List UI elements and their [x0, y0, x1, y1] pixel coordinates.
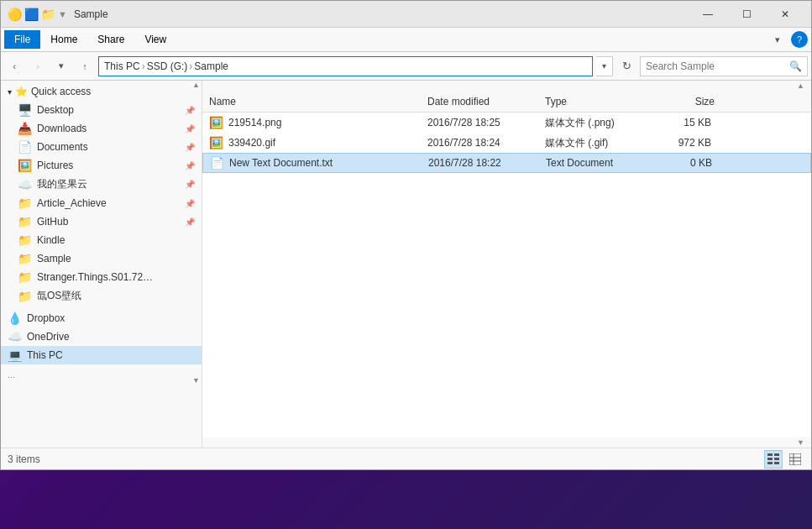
recent-locations-button[interactable]: ▾: [51, 56, 71, 76]
table-row[interactable]: 📄 New Text Document.txt 2016/7/28 18:22 …: [202, 153, 811, 173]
sidebar-item-dropbox[interactable]: 💧 Dropbox: [1, 309, 202, 327]
forward-button[interactable]: ›: [28, 56, 48, 76]
sidebar-more-placeholder: ...: [1, 364, 202, 385]
column-headers: Name Date modified Type Size: [202, 91, 811, 113]
large-icons-view-icon: [789, 453, 801, 465]
minimize-button[interactable]: —: [689, 1, 727, 28]
search-input[interactable]: [646, 60, 789, 72]
sidebar-item-github[interactable]: 📁 GitHub 📌: [1, 212, 202, 231]
tab-share[interactable]: Share: [87, 30, 134, 49]
title-dropdown-arrow[interactable]: ▼: [58, 9, 67, 19]
desktop-label: Desktop: [37, 104, 74, 116]
article-achieve-label: Article_Achieve: [37, 197, 107, 209]
search-box[interactable]: 🔍: [640, 56, 808, 76]
tab-view[interactable]: View: [134, 30, 176, 49]
maximize-button[interactable]: ☐: [727, 1, 766, 28]
documents-icon: 📄: [18, 140, 32, 154]
details-view-button[interactable]: [764, 450, 783, 469]
article-achieve-icon: 📁: [18, 196, 32, 210]
sidebar-item-downloads[interactable]: 📥 Downloads 📌: [1, 119, 202, 138]
sidebar-item-documents[interactable]: 📄 Documents 📌: [1, 138, 202, 156]
sidebar-item-jianguoyun[interactable]: ☁️ 我的坚果云 📌: [1, 175, 202, 194]
quick-access-expand-icon: ▾: [8, 87, 12, 97]
col-header-name[interactable]: Name: [206, 91, 424, 112]
file-size-cell-2: 972 KB: [651, 137, 718, 149]
sidebar-item-this-pc[interactable]: 💻 This PC: [1, 346, 202, 364]
sidebar-item-kindle[interactable]: 📁 Kindle: [1, 231, 202, 249]
table-row[interactable]: 🖼️ 339420.gif 2016/7/28 18:24 媒体文件 (.gif…: [202, 133, 811, 153]
svg-rect-0: [767, 453, 773, 456]
file-name-2: 339420.gif: [228, 137, 275, 149]
sidebar-item-nixos[interactable]: 📁 氙OS壁纸: [1, 286, 202, 306]
tab-home[interactable]: Home: [40, 30, 87, 49]
address-bar: ‹ › ▾ ↑ This PC › SSD (G:) › Sample ▾ ↻ …: [1, 52, 811, 81]
svg-rect-2: [767, 458, 773, 460]
file-date-cell-2: 2016/7/28 18:24: [424, 137, 542, 149]
col-header-type[interactable]: Type: [542, 91, 651, 112]
help-button[interactable]: ?: [791, 31, 808, 48]
back-button[interactable]: ‹: [4, 56, 24, 76]
file-size-cell-1: 15 KB: [651, 117, 718, 128]
file-name-cell-3: 📄 New Text Document.txt: [207, 156, 425, 170]
quick-access-star-icon: ⭐: [15, 86, 28, 97]
file-name-1: 219514.png: [228, 117, 281, 128]
quick-access-label: Quick access: [31, 86, 91, 97]
svg-rect-3: [774, 458, 779, 460]
sidebar-item-sample[interactable]: 📁 Sample: [1, 249, 202, 268]
col-header-date[interactable]: Date modified: [424, 91, 542, 112]
window-title: Sample: [74, 8, 689, 20]
col-header-size[interactable]: Size: [651, 91, 718, 112]
sidebar-item-article-achieve[interactable]: 📁 Article_Achieve 📌: [1, 194, 202, 212]
file-type-cell-1: 媒体文件 (.png): [542, 116, 651, 130]
search-icon[interactable]: 🔍: [789, 60, 802, 72]
refresh-button[interactable]: ↻: [616, 56, 637, 76]
folder-icon-main: 📁: [41, 8, 55, 21]
address-dropdown-btn[interactable]: ▾: [596, 56, 613, 76]
svg-rect-6: [789, 453, 801, 465]
title-bar-icons: 🟡 🟦 📁 ▼: [8, 8, 67, 21]
desktop-icon: 🖥️: [18, 103, 32, 117]
sample-label: Sample: [37, 253, 71, 264]
sort-arrow-bottom-container: ▼: [202, 437, 811, 448]
title-bar: 🟡 🟦 📁 ▼ Sample — ☐ ✕: [1, 1, 811, 28]
close-button[interactable]: ✕: [766, 1, 804, 28]
downloads-label: Downloads: [37, 123, 86, 134]
up-button[interactable]: ↑: [75, 56, 95, 76]
folder-icon-small: 🟡: [8, 8, 21, 21]
sidebar-item-desktop[interactable]: 🖥️ Desktop 📌: [1, 101, 202, 119]
sidebar-item-stranger[interactable]: 📁 Stranger.Things.S01.720p.N: [1, 268, 202, 286]
sidebar-section-quick-access[interactable]: ▾ ⭐ Quick access: [1, 81, 202, 101]
file-type-cell-3: Text Document: [542, 157, 652, 169]
jianguoyun-icon: ☁️: [18, 178, 32, 191]
file-icon-3: 📄: [210, 156, 224, 170]
sort-up-arrow: ▲: [797, 81, 804, 90]
file-icon-2: 🖼️: [209, 136, 223, 149]
large-icons-view-button[interactable]: [786, 450, 804, 469]
pictures-label: Pictures: [37, 160, 73, 171]
kindle-icon: 📁: [18, 233, 32, 247]
onedrive-icon: ☁️: [8, 330, 22, 343]
sidebar-item-pictures[interactable]: 🖼️ Pictures 📌: [1, 156, 202, 175]
github-label: GitHub: [37, 216, 68, 228]
nixos-icon: 📁: [18, 290, 32, 303]
sidebar-item-onedrive[interactable]: ☁️ OneDrive: [1, 327, 202, 346]
file-type-cell-2: 媒体文件 (.gif): [542, 136, 651, 150]
path-this-pc[interactable]: This PC: [104, 60, 140, 72]
file-size-cell-3: 0 KB: [652, 157, 719, 169]
table-row[interactable]: 🖼️ 219514.png 2016/7/28 18:25 媒体文件 (.png…: [202, 113, 811, 133]
ribbon-dropdown-btn[interactable]: ▾: [767, 29, 788, 50]
sidebar-scroll-up-arrow[interactable]: ▲: [192, 81, 200, 89]
tab-file[interactable]: File: [4, 30, 40, 49]
path-sample[interactable]: Sample: [194, 60, 228, 72]
sidebar-scroll-down-arrow[interactable]: ▼: [192, 376, 200, 385]
file-name-3: New Text Document.txt: [229, 157, 333, 169]
sort-arrow-top-container: ▲: [202, 81, 811, 91]
path-ssd[interactable]: SSD (G:): [147, 60, 188, 72]
svg-rect-5: [774, 462, 779, 464]
sidebar: ▲ ▾ ⭐ Quick access 🖥️ Desktop 📌 📥 Downlo…: [1, 81, 202, 448]
downloads-pin-icon: 📌: [185, 124, 195, 134]
window-controls: — ☐ ✕: [689, 1, 804, 28]
github-icon: 📁: [18, 215, 32, 228]
file-area: ▲ Name Date modified Type Size: [202, 81, 811, 448]
status-bar: 3 items: [1, 448, 811, 469]
